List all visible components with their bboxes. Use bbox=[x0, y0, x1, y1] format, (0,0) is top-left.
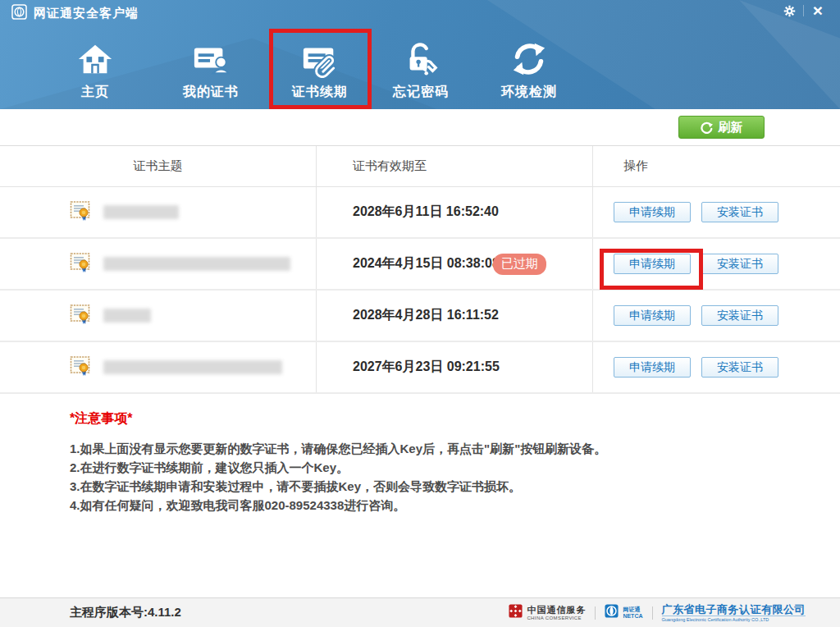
footer: 主程序版本号:4.11.2 bbox=[0, 597, 840, 627]
expired-badge: 已过期 bbox=[493, 254, 546, 275]
nav-label-home: 主页 bbox=[81, 84, 109, 101]
certificate-subject-cell bbox=[0, 251, 290, 277]
china-comservice-cn: 中国通信服务 bbox=[527, 606, 586, 615]
app-title: 网证通安全客户端 bbox=[34, 6, 139, 21]
certificate-subject-cell bbox=[0, 303, 151, 328]
note-item: 1.如果上面没有显示您要更新的数字证书，请确保您已经插入Key后，再点击"刷新"… bbox=[70, 439, 808, 458]
china-comservice-emblem-icon bbox=[509, 604, 523, 621]
redacted-subject-blur bbox=[103, 257, 290, 271]
netca-emblem-icon bbox=[605, 604, 619, 621]
column-header-expiry: 证书有效期至 bbox=[353, 158, 427, 174]
apply-renewal-button[interactable]: 申请续期 bbox=[614, 305, 691, 326]
lock-wrench-icon bbox=[401, 39, 441, 79]
redacted-subject-blur bbox=[103, 360, 282, 374]
expiry-date: 2028年4月28日 16:11:52 bbox=[353, 307, 499, 324]
table-row: 2028年4月28日 16:11:52 申请续期 安装证书 bbox=[0, 291, 840, 342]
footer-logos: 中国通信服务 CHINA COMSERVICE 网证通 NETCA bbox=[509, 604, 806, 622]
certificate-subject-cell bbox=[0, 199, 179, 225]
refresh-icon bbox=[701, 121, 713, 134]
apply-renewal-button-highlighted[interactable]: 申请续期 bbox=[614, 254, 691, 274]
titlebar: 网证通安全客户端 bbox=[11, 4, 139, 23]
certificate-icon bbox=[70, 199, 92, 225]
netca-logo: 网证通 NETCA bbox=[605, 604, 642, 621]
install-certificate-button[interactable]: 安装证书 bbox=[701, 357, 778, 378]
refresh-button[interactable]: 刷新 bbox=[678, 116, 765, 139]
expiry-date: 2027年6月23日 09:21:55 bbox=[353, 359, 500, 376]
settings-gear-icon[interactable] bbox=[775, 1, 803, 21]
note-item: 4.如有任何疑问，欢迎致电我司客服020-89524338进行咨询。 bbox=[70, 496, 808, 515]
footer-divider bbox=[595, 606, 596, 620]
install-certificate-button[interactable]: 安装证书 bbox=[701, 202, 778, 222]
note-item: 2.在进行数字证书续期前，建议您只插入一个Key。 bbox=[70, 458, 808, 477]
nav-label-certificate-renewal: 证书续期 bbox=[292, 84, 348, 101]
refresh-label: 刷新 bbox=[719, 120, 743, 135]
expiry-date: 2024年4月15日 08:38:08 bbox=[353, 255, 500, 272]
nav-item-certificate-renewal[interactable]: 证书续期 bbox=[275, 39, 365, 101]
toolbar: 刷新 bbox=[0, 109, 840, 146]
nav-item-home[interactable]: 主页 bbox=[50, 39, 140, 101]
install-certificate-button[interactable]: 安装证书 bbox=[701, 305, 778, 326]
table-row: 2028年6月11日 16:52:40 申请续期 安装证书 bbox=[0, 187, 840, 239]
netca-text-cn: 网证通 bbox=[623, 606, 642, 612]
id-card-paperclip-icon bbox=[300, 39, 340, 79]
id-card-user-icon bbox=[191, 39, 231, 79]
table-row: 2024年4月15日 08:38:08 已过期 申请续期 安装证书 bbox=[0, 239, 840, 291]
table-header-row: 证书主题 证书有效期至 操作 bbox=[0, 146, 840, 187]
nav-item-environment-check[interactable]: 环境检测 bbox=[484, 39, 574, 101]
close-icon[interactable]: × bbox=[804, 1, 832, 21]
certificate-icon bbox=[70, 251, 92, 277]
header: 网证通安全客户端 × bbox=[0, 0, 840, 109]
nav-label-my-certificates: 我的证书 bbox=[183, 84, 239, 101]
certificate-icon bbox=[70, 303, 92, 328]
table-row: 2027年6月23日 09:21:55 申请续期 安装证书 bbox=[0, 342, 840, 394]
expiry-date: 2028年6月11日 16:52:40 bbox=[353, 204, 499, 221]
certificate-icon bbox=[70, 355, 92, 380]
netca-client-window: 网证通安全客户端 × bbox=[0, 0, 840, 627]
window-controls: × bbox=[775, 0, 832, 21]
notes-list: 1.如果上面没有显示您要更新的数字证书，请确保您已经插入Key后，再点击"刷新"… bbox=[70, 439, 808, 515]
notes-section: *注意事项* 1.如果上面没有显示您要更新的数字证书，请确保您已经插入Key后，… bbox=[70, 410, 808, 515]
nav-label-forgot-password: 忘记密码 bbox=[393, 84, 449, 101]
apply-renewal-button[interactable]: 申请续期 bbox=[614, 357, 691, 378]
column-header-action: 操作 bbox=[623, 158, 648, 174]
gdca-logo: 广东省电子商务认证有限公司 Guangdong Electronic Certi… bbox=[662, 604, 806, 622]
apply-renewal-button[interactable]: 申请续期 bbox=[614, 202, 691, 222]
note-item: 3.在数字证书续期申请和安装过程中，请不要插拔Key，否则会导致数字证书损坏。 bbox=[70, 477, 808, 496]
notes-title: *注意事项* bbox=[70, 410, 808, 428]
netca-text-en: NETCA bbox=[623, 613, 642, 619]
footer-divider bbox=[652, 606, 653, 620]
column-header-subject: 证书主题 bbox=[134, 158, 183, 174]
install-certificate-button[interactable]: 安装证书 bbox=[701, 254, 778, 274]
gdca-name-cn: 广东省电子商务认证有限公司 bbox=[662, 604, 806, 615]
certificate-table: 证书主题 证书有效期至 操作 bbox=[0, 146, 840, 394]
redacted-subject-blur bbox=[103, 309, 151, 323]
version-label: 主程序版本号:4.11.2 bbox=[70, 605, 181, 620]
app-logo-icon bbox=[11, 4, 27, 23]
certificate-subject-cell bbox=[0, 355, 282, 380]
home-icon bbox=[75, 39, 115, 79]
china-comservice-en: CHINA COMSERVICE bbox=[527, 616, 586, 620]
china-comservice-logo: 中国通信服务 CHINA COMSERVICE bbox=[509, 604, 586, 621]
redacted-subject-blur bbox=[103, 205, 179, 219]
nav-item-forgot-password[interactable]: 忘记密码 bbox=[376, 39, 466, 101]
gdca-name-en: Guangdong Electronic Certification Autho… bbox=[662, 616, 806, 622]
sync-arrows-icon bbox=[509, 39, 549, 79]
nav-item-my-certificates[interactable]: 我的证书 bbox=[166, 39, 256, 101]
nav-label-environment-check: 环境检测 bbox=[501, 84, 557, 101]
